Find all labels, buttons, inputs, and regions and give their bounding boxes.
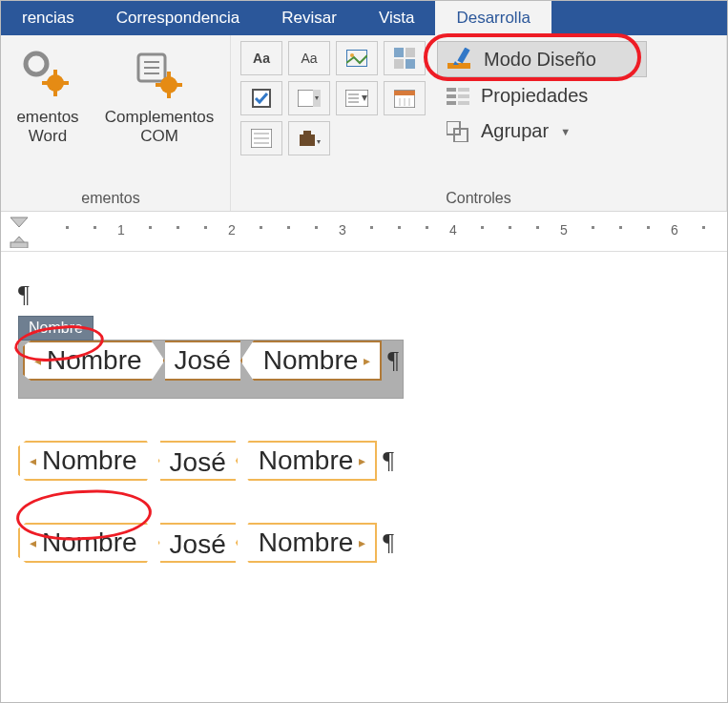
com-addins-label: Complementos COM bbox=[98, 108, 220, 145]
group-controls-label: Controles bbox=[240, 186, 717, 209]
rich-text-control-button[interactable]: Aa bbox=[240, 41, 282, 75]
design-mode-button[interactable]: Modo Diseño bbox=[437, 41, 647, 77]
svg-rect-12 bbox=[167, 93, 171, 98]
group-label: Agrupar bbox=[481, 120, 549, 142]
ruler-number: 5 bbox=[560, 222, 568, 238]
building-block-icon bbox=[394, 48, 415, 69]
svg-rect-48 bbox=[458, 94, 469, 98]
com-addin-icon bbox=[131, 47, 188, 104]
legacy-tools-icon bbox=[298, 129, 321, 148]
document-area[interactable]: ¶ Nombre Nombre José Nombre ¶ Nombre Jos… bbox=[1, 252, 727, 620]
plain-text-control-button[interactable]: Aa bbox=[288, 41, 330, 75]
design-mode-label: Modo Diseño bbox=[484, 49, 596, 71]
svg-rect-4 bbox=[42, 81, 48, 85]
paragraph-mark: ¶ bbox=[383, 446, 394, 475]
content-control-selected[interactable]: Nombre Nombre José Nombre ¶ bbox=[18, 340, 404, 399]
svg-rect-43 bbox=[457, 48, 469, 63]
svg-rect-14 bbox=[177, 83, 182, 87]
ruler-number: 1 bbox=[117, 222, 125, 238]
ruler-number: 2 bbox=[228, 222, 236, 238]
content-control-open-tag: Nombre bbox=[18, 441, 160, 481]
svg-rect-49 bbox=[447, 101, 456, 105]
svg-rect-40 bbox=[303, 131, 311, 136]
content-control-close-tag: Nombre bbox=[240, 341, 383, 381]
paragraph-mark: ¶ bbox=[18, 280, 30, 308]
com-addins-button[interactable]: Complementos COM bbox=[98, 41, 220, 145]
paragraph-mark: ¶ bbox=[387, 346, 399, 375]
ruler-number: 3 bbox=[339, 222, 346, 238]
svg-rect-55 bbox=[10, 242, 28, 248]
content-control-open-tag: Nombre bbox=[23, 341, 165, 381]
content-control-close-tag: Nombre bbox=[236, 441, 378, 481]
checkbox-icon bbox=[252, 89, 271, 108]
dropdown-icon bbox=[345, 90, 368, 107]
checkbox-control-button[interactable] bbox=[240, 81, 282, 115]
repeating-section-control-button[interactable] bbox=[240, 121, 282, 155]
tab-referencias[interactable]: rencias bbox=[1, 1, 95, 35]
datepicker-icon bbox=[394, 89, 415, 108]
ruler-indent-marker[interactable] bbox=[7, 214, 31, 248]
svg-point-1 bbox=[47, 74, 64, 92]
svg-rect-42 bbox=[447, 63, 470, 69]
legacy-tools-button[interactable] bbox=[288, 121, 330, 155]
datepicker-control-button[interactable] bbox=[384, 81, 426, 115]
addin-icon bbox=[19, 47, 76, 104]
svg-rect-31 bbox=[394, 91, 415, 95]
tab-correspondencia[interactable]: Correspondencia bbox=[95, 1, 260, 35]
svg-rect-50 bbox=[458, 101, 469, 105]
picture-control-button[interactable] bbox=[336, 41, 378, 75]
ribbon-group-addins: ementos Word Complementos COM ementos bbox=[1, 35, 231, 211]
ruler-number: 6 bbox=[671, 222, 678, 238]
paragraph-mark: ¶ bbox=[383, 528, 394, 557]
properties-icon bbox=[447, 86, 471, 107]
svg-rect-17 bbox=[394, 48, 404, 57]
svg-rect-47 bbox=[447, 94, 456, 98]
content-control[interactable]: Nombre José Nombre ¶ bbox=[18, 441, 394, 481]
content-control-open-tag: Nombre bbox=[18, 523, 160, 563]
ribbon-tab-bar: rencias Correspondencia Revisar Vista De… bbox=[1, 1, 727, 35]
content-control-value[interactable]: José bbox=[165, 341, 240, 381]
dropdown-control-button[interactable] bbox=[336, 81, 378, 115]
content-control-value[interactable]: José bbox=[160, 441, 236, 481]
svg-rect-45 bbox=[447, 88, 456, 92]
ruler-scale: 1 2 3 4 5 6 bbox=[33, 221, 727, 240]
svg-rect-20 bbox=[406, 59, 415, 69]
content-control-close-tag: Nombre bbox=[236, 523, 378, 563]
svg-rect-3 bbox=[53, 91, 57, 96]
svg-point-10 bbox=[160, 76, 177, 93]
svg-rect-19 bbox=[394, 59, 404, 69]
word-addins-label: ementos Word bbox=[1, 108, 94, 145]
chevron-down-icon: ▼ bbox=[560, 126, 571, 137]
properties-button[interactable]: Propiedades bbox=[437, 79, 647, 113]
svg-rect-13 bbox=[156, 83, 161, 87]
horizontal-ruler[interactable]: 1 2 3 4 5 6 bbox=[1, 212, 727, 252]
svg-rect-5 bbox=[63, 81, 69, 85]
group-addins-label: ementos bbox=[1, 186, 220, 209]
ribbon: ementos Word Complementos COM ementos Aa… bbox=[1, 35, 727, 212]
svg-marker-53 bbox=[10, 217, 28, 227]
group-icon bbox=[447, 121, 471, 142]
svg-rect-18 bbox=[406, 48, 415, 57]
picture-icon bbox=[346, 50, 367, 67]
content-control-value[interactable]: José bbox=[160, 523, 236, 563]
svg-point-0 bbox=[26, 53, 47, 74]
combobox-icon bbox=[298, 90, 321, 107]
content-control-title-tab[interactable]: Nombre bbox=[18, 316, 94, 341]
svg-rect-11 bbox=[167, 72, 171, 77]
building-block-control-button[interactable] bbox=[384, 41, 426, 75]
ribbon-group-controls: Aa Aa bbox=[231, 35, 727, 211]
tab-revisar[interactable]: Revisar bbox=[260, 1, 358, 35]
svg-rect-46 bbox=[458, 88, 469, 92]
repeating-icon bbox=[251, 129, 272, 148]
design-mode-icon bbox=[447, 48, 474, 71]
properties-label: Propiedades bbox=[481, 85, 588, 107]
word-addins-button[interactable]: ementos Word bbox=[1, 41, 94, 145]
tab-desarrollador[interactable]: Desarrolla bbox=[435, 1, 551, 35]
content-control[interactable]: Nombre José Nombre ¶ bbox=[18, 523, 394, 563]
group-button[interactable]: Agrupar ▼ bbox=[437, 114, 647, 148]
svg-rect-2 bbox=[53, 70, 57, 75]
tab-vista[interactable]: Vista bbox=[358, 1, 436, 35]
ruler-number: 4 bbox=[449, 222, 457, 238]
svg-marker-41 bbox=[317, 140, 321, 144]
combobox-control-button[interactable] bbox=[288, 81, 330, 115]
